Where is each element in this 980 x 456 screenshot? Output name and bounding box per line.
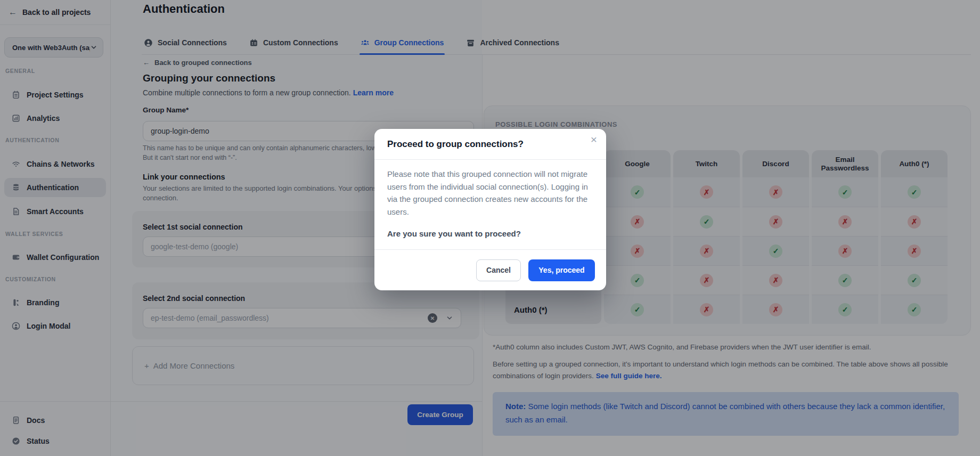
modal-footer: Cancel Yes, proceed [374, 250, 606, 290]
modal-divider [374, 159, 606, 160]
confirm-modal: Proceed to group connections? × Please n… [374, 129, 606, 290]
modal-body-text: Please note that this grouped connection… [387, 168, 595, 218]
confirm-button[interactable]: Yes, proceed [528, 259, 595, 281]
modal-question: Are you sure you want to proceed? [387, 229, 521, 238]
close-icon[interactable]: × [591, 134, 597, 145]
app-window: ← Back to all projects One with Web3Auth… [0, 0, 980, 456]
cancel-button[interactable]: Cancel [476, 259, 521, 281]
modal-title: Proceed to group connections? [387, 139, 524, 150]
